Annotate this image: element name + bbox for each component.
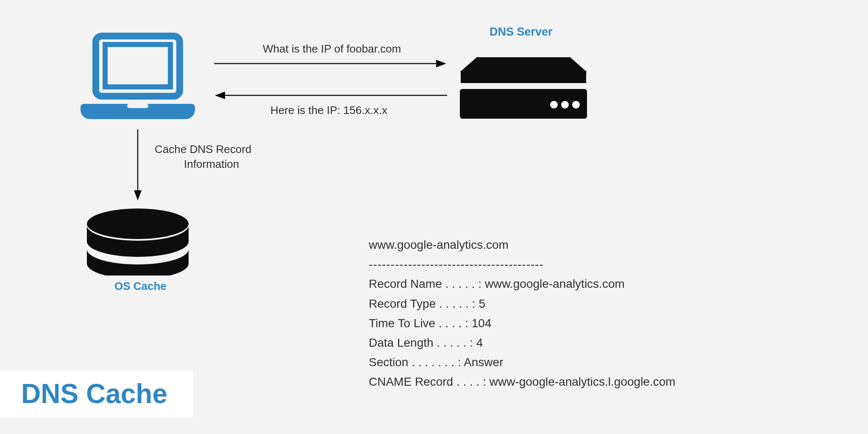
record-len-row: Data Length . . . . . : 4 bbox=[369, 333, 676, 353]
response-label: Here is the IP: 156.x.x.x bbox=[270, 104, 387, 117]
record-host: www.google-analytics.com bbox=[369, 235, 676, 255]
query-label: What is the IP of foobar.com bbox=[263, 42, 401, 56]
server-icon bbox=[456, 40, 591, 125]
svg-point-10 bbox=[550, 101, 558, 108]
dns-record-block: www.google-analytics.com ---------------… bbox=[369, 235, 676, 392]
svg-marker-14 bbox=[436, 60, 446, 67]
record-section-row: Section . . . . . . . : Answer bbox=[369, 353, 676, 372]
cache-arrow-label: Cache DNS Record Information bbox=[155, 142, 251, 172]
record-cname-row: CNAME Record . . . . : www-google-analyt… bbox=[369, 372, 676, 392]
diagram-title: DNS Cache bbox=[0, 370, 193, 417]
os-cache-label: OS Cache bbox=[114, 280, 167, 293]
dns-server-label: DNS Server bbox=[490, 25, 553, 39]
cache-arrow-line1: Cache DNS Record bbox=[155, 142, 251, 157]
cache-arrow-line2: Information bbox=[172, 157, 251, 172]
svg-marker-18 bbox=[134, 190, 142, 200]
arrow-left bbox=[214, 89, 447, 102]
svg-marker-16 bbox=[215, 92, 225, 99]
disk-icon bbox=[83, 208, 193, 275]
record-name-row: Record Name . . . . . : www.google-analy… bbox=[369, 274, 676, 294]
arrow-down bbox=[131, 129, 144, 201]
svg-rect-5 bbox=[105, 45, 170, 87]
record-ttl-row: Time To Live . . . . : 104 bbox=[369, 314, 676, 333]
arrow-right bbox=[214, 57, 447, 70]
laptop-icon bbox=[81, 32, 195, 125]
svg-point-11 bbox=[561, 101, 569, 108]
record-separator: ---------------------------------------- bbox=[369, 255, 676, 274]
svg-point-19 bbox=[87, 209, 189, 239]
record-type-row: Record Type . . . . . : 5 bbox=[369, 294, 676, 314]
svg-rect-8 bbox=[461, 72, 586, 83]
svg-rect-7 bbox=[127, 104, 148, 108]
svg-point-12 bbox=[572, 101, 580, 108]
